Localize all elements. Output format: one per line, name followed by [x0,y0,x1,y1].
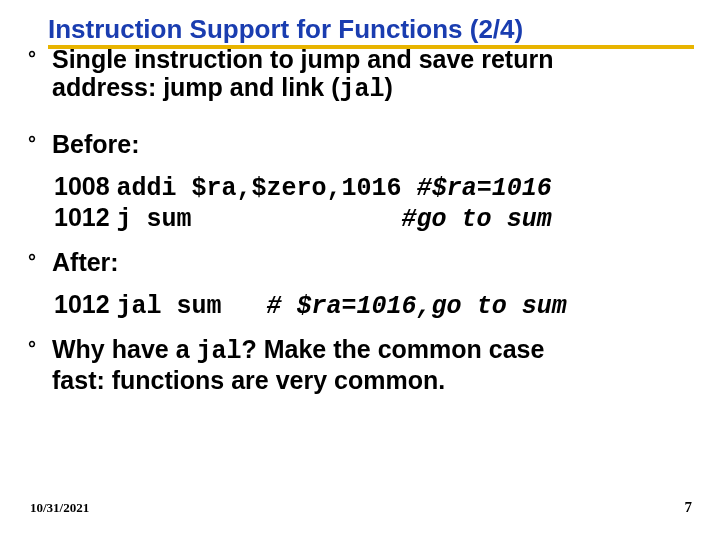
comment: #$ra=1016 [417,174,552,203]
code-before-line2: 1012 j sum #go to sum [54,203,700,234]
footer-date: 10/31/2021 [30,500,89,516]
addr: 1012 [54,290,117,318]
code-before: 1008 addi $ra,$zero,1016 #$ra=1016 1012 … [28,172,700,234]
code-after-line1: 1012 jal sum # $ra=1016,go to sum [54,290,700,321]
slide-title: Instruction Support for Functions (2/4) [28,14,700,47]
before-label: Before: [52,130,700,158]
why-a: Why have a [52,335,197,363]
instr: addi $ra,$zero,1016 [117,174,417,203]
bullet-intro: ° Single instruction to jump and save re… [28,45,700,104]
slide-content: ° Single instruction to jump and save re… [28,49,700,394]
intro-line2a: address: jump and link ( [52,73,340,101]
why-d: fast: functions are very common. [52,366,445,394]
bullet-after: ° After: [28,248,700,276]
bullet-marker: ° [28,45,46,104]
intro-jal: jal [340,75,385,104]
intro-line1: Single instruction to jump and save retu… [52,45,553,73]
why-c: ? Make the common case [242,335,545,363]
why-text: Why have a jal? Make the common case fas… [52,335,700,394]
bullet-intro-text: Single instruction to jump and save retu… [52,45,700,104]
bullet-marker: ° [28,130,46,158]
code-after: 1012 jal sum # $ra=1016,go to sum [28,290,700,321]
instr: j sum [117,205,402,234]
intro-line2c: ) [385,73,393,101]
bullet-marker: ° [28,248,46,276]
addr: 1012 [54,203,117,231]
addr: 1008 [54,172,117,200]
bullet-before: ° Before: [28,130,700,158]
footer-page-number: 7 [685,499,693,516]
why-jal: jal [197,337,242,366]
instr: jal sum [117,292,267,321]
bullet-why: ° Why have a jal? Make the common case f… [28,335,700,394]
comment: #go to sum [402,205,552,234]
bullet-marker: ° [28,335,46,394]
after-label: After: [52,248,700,276]
code-before-line1: 1008 addi $ra,$zero,1016 #$ra=1016 [54,172,700,203]
comment: # $ra=1016,go to sum [267,292,567,321]
